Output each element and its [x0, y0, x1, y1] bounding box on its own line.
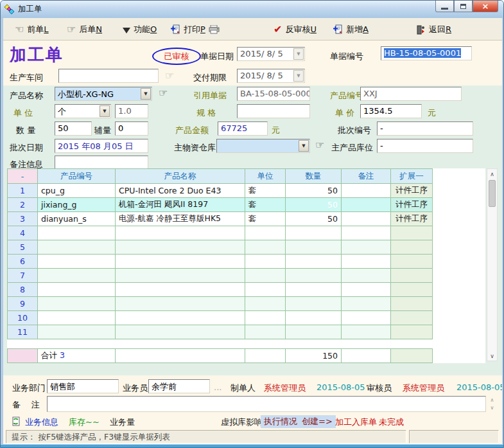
table-cell[interactable] [116, 269, 245, 283]
price-input[interactable]: 1354.5 [360, 104, 422, 118]
deliver-date-combo[interactable]: 2015/ 8/ 5▼ [237, 69, 305, 83]
table-cell[interactable] [391, 269, 433, 283]
table-cell[interactable] [342, 184, 391, 198]
aux-qty-input[interactable]: 0 [115, 121, 148, 136]
table-cell[interactable] [38, 283, 116, 297]
table-cell[interactable] [342, 325, 391, 339]
table-cell[interactable] [116, 311, 245, 325]
row-number[interactable]: 11 [8, 325, 38, 339]
header-cell[interactable]: 产品名称 [116, 169, 245, 184]
table-cell[interactable] [286, 283, 342, 297]
add-new-button[interactable]: 新增A [333, 22, 369, 37]
agent-input[interactable]: 余学前 [148, 379, 210, 393]
unaudit-button[interactable]: ✔ 反审核U [274, 22, 317, 37]
table-cell[interactable] [38, 325, 116, 339]
table-cell[interactable] [286, 240, 342, 255]
scroll-down-icon[interactable]: ∨ [491, 405, 494, 411]
row-number[interactable]: 2 [8, 198, 38, 212]
inbound-doc-link[interactable]: 加工入库单 [335, 417, 377, 428]
row-number[interactable]: 6 [8, 255, 38, 269]
table-cell[interactable] [116, 226, 245, 240]
table-cell[interactable] [342, 283, 391, 297]
chevron-down-icon[interactable]: ▼ [100, 105, 110, 117]
warehouse-combo[interactable]: ▼ [216, 139, 310, 153]
header-cell[interactable]: - [8, 169, 38, 184]
table-cell[interactable] [245, 240, 286, 255]
row-number[interactable]: 7 [8, 269, 38, 283]
table-cell[interactable] [38, 269, 116, 283]
table-cell[interactable]: 电源-航嘉 冷静王至尊版HK5 [116, 212, 245, 226]
exec-status-button[interactable]: 执行情况 [261, 415, 300, 428]
doc-no-input[interactable]: HB-15-08-05-0001 [381, 46, 472, 60]
tab-business-info[interactable]: 业务信息 [25, 417, 58, 428]
spec-input[interactable] [237, 104, 310, 118]
next-doc-button[interactable]: ☞ 后单N [67, 22, 102, 37]
table-cell[interactable] [286, 297, 342, 311]
qty-input[interactable]: 50 [55, 121, 92, 136]
more-button[interactable]: ... [214, 382, 222, 392]
row-number[interactable]: 3 [8, 212, 38, 226]
table-cell[interactable] [342, 226, 391, 240]
table-cell[interactable]: 套 [245, 198, 286, 212]
close-button[interactable]: × [473, 1, 498, 12]
table-cell[interactable] [342, 297, 391, 311]
table-cell[interactable] [391, 255, 433, 269]
tab-stock[interactable]: 库存~~ [69, 417, 100, 428]
product-name-combo[interactable]: 小型机-XG-NG▼ [55, 87, 152, 101]
amount-input[interactable]: 67725 [218, 121, 268, 136]
table-cell[interactable]: jixiang_g [38, 198, 116, 212]
table-cell[interactable] [286, 325, 342, 339]
scroll-up-icon[interactable]: ∧ [487, 169, 497, 179]
row-number[interactable]: 5 [8, 240, 38, 255]
tab-volume[interactable]: 业务量 [110, 417, 135, 428]
table-cell[interactable]: dianyuan_s [38, 212, 116, 226]
table-cell[interactable] [391, 240, 433, 255]
row-number[interactable]: 4 [8, 226, 38, 240]
header-cell[interactable]: 扩展一 [391, 169, 433, 184]
row-number[interactable]: 9 [8, 297, 38, 311]
prev-doc-button[interactable]: ☜ 前单L [15, 22, 49, 37]
table-cell[interactable] [342, 212, 391, 226]
dept-input[interactable]: 销售部 [47, 379, 119, 393]
table-cell[interactable] [245, 311, 286, 325]
ref-doc-input[interactable]: BA-15-08-05-0001 [237, 87, 310, 101]
table-cell-selected[interactable]: 50 [286, 198, 342, 212]
table-cell[interactable] [38, 311, 116, 325]
scroll-down-icon[interactable]: ∨ [487, 351, 497, 361]
row-number[interactable]: 1 [8, 184, 38, 198]
table-cell[interactable] [342, 240, 391, 255]
table-cell[interactable] [286, 269, 342, 283]
table-cell[interactable] [391, 311, 433, 325]
table-cell[interactable]: 计件工序 [391, 212, 433, 226]
table-cell[interactable] [391, 283, 433, 297]
table-cell[interactable] [391, 325, 433, 339]
header-cell[interactable]: 单位 [245, 169, 286, 184]
table-cell[interactable] [38, 226, 116, 240]
unit-combo[interactable]: 个▼ [55, 104, 111, 118]
table-cell[interactable]: 机箱-金河田 飓风II 8197 [116, 198, 245, 212]
row-number[interactable]: 8 [8, 283, 38, 297]
location-input[interactable]: - [377, 139, 473, 153]
minimize-button[interactable] [435, 1, 454, 12]
table-cell[interactable] [245, 325, 286, 339]
doc-date-combo[interactable]: 2015/ 8/ 5▼ [237, 47, 305, 61]
table-cell[interactable] [38, 297, 116, 311]
row-number[interactable]: 10 [8, 311, 38, 325]
note-scrollbar[interactable]: ∧∨ [487, 396, 497, 412]
table-cell[interactable] [342, 198, 391, 212]
memo-input[interactable] [55, 156, 148, 170]
table-cell[interactable]: 套 [245, 212, 286, 226]
table-cell[interactable] [38, 255, 116, 269]
table-cell[interactable] [245, 226, 286, 240]
return-button[interactable]: 返回R [417, 22, 451, 37]
scroll-up-icon[interactable]: ∧ [491, 397, 494, 403]
table-cell[interactable] [245, 269, 286, 283]
table-cell[interactable] [245, 255, 286, 269]
table-cell[interactable]: cpu_g [38, 184, 116, 198]
chevron-down-icon[interactable]: ▼ [293, 70, 304, 82]
chevron-down-icon[interactable]: ▼ [299, 140, 309, 152]
table-cell[interactable]: 套 [245, 184, 286, 198]
table-cell[interactable] [342, 311, 391, 325]
table-cell[interactable]: 50 [286, 184, 342, 198]
header-cell[interactable]: 产品编号 [38, 169, 116, 184]
